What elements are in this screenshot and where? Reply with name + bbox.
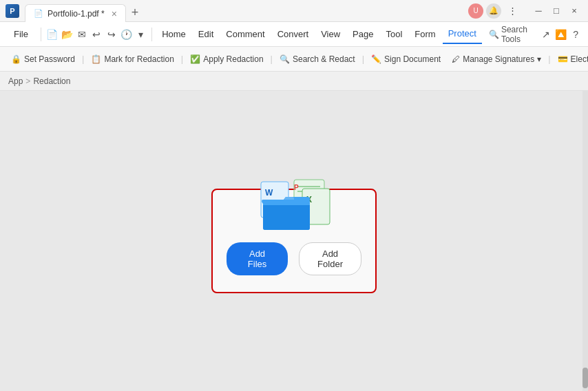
set-password-button[interactable]: 🔒 Set Password: [6, 52, 81, 67]
search-tools-button[interactable]: 🔍 Search Tools: [485, 25, 538, 44]
active-tab[interactable]: 📄 Portfolio-1.pdf * ×: [25, 4, 126, 22]
search-redact-icon: 🔍: [280, 54, 290, 64]
menu-view[interactable]: View: [315, 25, 346, 44]
main-content: W X P Add Files Add Folder: [0, 91, 588, 391]
button-row: Add Files Add Folder: [227, 242, 361, 275]
breadcrumb-app: App: [8, 76, 23, 86]
elec-icon: 💳: [558, 54, 568, 64]
file-tools: File: [6, 25, 36, 44]
electronic-button[interactable]: 💳 Electro ▸: [552, 52, 588, 67]
history-icon[interactable]: 🕐: [119, 25, 133, 43]
apply-redaction-button[interactable]: ✅ Apply Redaction: [185, 52, 269, 67]
breadcrumb-separator: >: [25, 76, 30, 86]
sign-document-button[interactable]: ✏️ Sign Document: [366, 52, 446, 67]
tab-title: Portfolio-1.pdf *: [48, 9, 105, 19]
menu-edit[interactable]: Edit: [193, 25, 219, 44]
title-bar-left: P: [0, 4, 25, 18]
sign-icon: ✏️: [371, 54, 381, 64]
more-options-icon[interactable]: ⋮: [504, 3, 521, 19]
menu-convert[interactable]: Convert: [272, 25, 315, 44]
manage-signatures-button[interactable]: 🖊 Manage Signatures ▾: [446, 52, 547, 67]
minimize-button[interactable]: ─: [530, 3, 547, 19]
folder-illustration: W X P: [253, 176, 335, 231]
external-link-icon[interactable]: ↗: [539, 25, 553, 43]
open-file-icon[interactable]: 📂: [60, 25, 74, 43]
redo-icon[interactable]: ↪: [105, 25, 118, 43]
tab-bar: 📄 Portfolio-1.pdf * × +: [25, 0, 464, 21]
menu-page[interactable]: Page: [347, 25, 379, 44]
drop-zone: W X P Add Files Add Folder: [211, 189, 377, 293]
add-files-button[interactable]: Add Files: [227, 242, 288, 275]
add-tab-button[interactable]: +: [126, 3, 144, 21]
lock-icon: 🔒: [11, 54, 21, 64]
separator-1: [41, 28, 41, 41]
breadcrumb-section: Redaction: [33, 76, 70, 86]
notification-icon[interactable]: 🔔: [486, 3, 501, 19]
protect-toolbar: 🔒 Set Password | 📋 Mark for Redaction | …: [0, 47, 588, 72]
menu-form[interactable]: Form: [409, 25, 441, 44]
scrollbar-track[interactable]: [582, 91, 588, 391]
undo-icon[interactable]: ↩: [90, 25, 103, 43]
add-folder-button[interactable]: Add Folder: [299, 242, 361, 275]
search-icon: 🔍: [489, 30, 499, 39]
share-icon[interactable]: ▾: [134, 25, 148, 43]
breadcrumb: App > Redaction: [0, 72, 588, 91]
help-icon[interactable]: ?: [569, 25, 582, 43]
title-bar-icons: U 🔔 ⋮: [464, 3, 525, 19]
dropdown-icon: ▾: [537, 54, 541, 64]
save-icon[interactable]: ✉: [75, 25, 89, 43]
apply-icon: ✅: [190, 54, 200, 64]
menu-bar: File 📄 📂 ✉ ↩ ↪ 🕐 ▾ Home Edit Comment Con…: [0, 22, 588, 47]
menu-home[interactable]: Home: [156, 25, 191, 44]
menu-comment[interactable]: Comment: [220, 25, 270, 44]
maximize-button[interactable]: □: [548, 3, 565, 19]
avatar: U: [468, 3, 483, 19]
svg-text:P: P: [294, 184, 299, 191]
title-bar: P 📄 Portfolio-1.pdf * × + U 🔔 ⋮ ─ □ ×: [0, 0, 588, 22]
app-logo: P: [6, 4, 19, 18]
search-redact-button[interactable]: 🔍 Search & Redact: [274, 52, 361, 67]
scrollbar-thumb[interactable]: [582, 368, 588, 388]
separator-2: [151, 28, 152, 41]
window-controls: ─ □ ×: [525, 3, 588, 19]
close-tab-icon[interactable]: ×: [112, 8, 117, 19]
menu-file[interactable]: File: [8, 25, 34, 44]
mark-icon: 📋: [91, 54, 101, 64]
mark-redaction-button[interactable]: 📋 Mark for Redaction: [85, 52, 179, 67]
close-button[interactable]: ×: [566, 3, 582, 19]
menu-tool[interactable]: Tool: [380, 25, 408, 44]
svg-text:W: W: [265, 188, 273, 198]
sync-icon[interactable]: 🔼: [554, 25, 568, 43]
menu-protect[interactable]: Protect: [443, 25, 482, 44]
sig-icon: 🖊: [452, 54, 460, 64]
new-file-icon[interactable]: 📄: [45, 25, 59, 43]
